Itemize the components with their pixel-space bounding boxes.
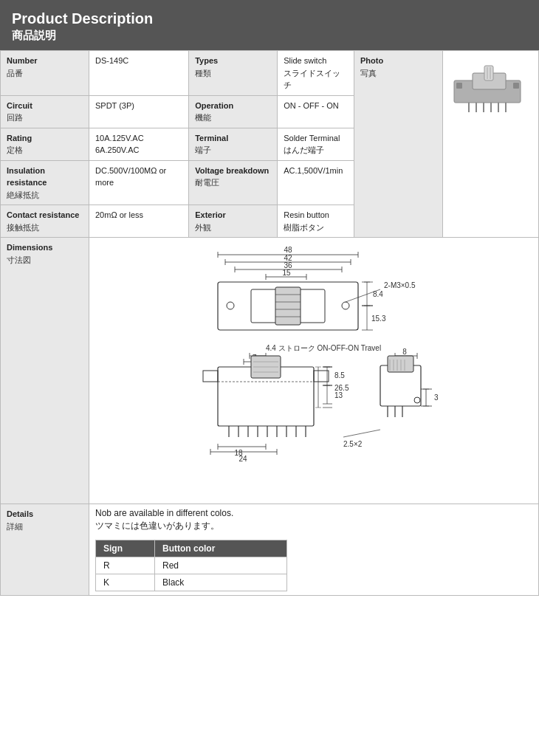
svg-text:4.4  ストローク  ON-OFF-ON Travel: 4.4 ストローク ON-OFF-ON Travel — [266, 344, 381, 352]
title-english: Product Description — [12, 10, 527, 27]
exterior-value: Resin button 樹脂ボタン — [278, 205, 354, 238]
types-value: Slide switch スライドスイッチ — [278, 51, 354, 96]
product-image-svg — [450, 55, 532, 121]
sign-col-header: Sign — [96, 540, 155, 557]
product-photo — [443, 51, 539, 238]
technical-drawing-svg: 48 42 36 15 — [129, 241, 498, 500]
color-black: Black — [155, 574, 287, 591]
details-note-en: Nob are available in different colos. — [95, 508, 532, 518]
color-red: Red — [155, 557, 287, 574]
svg-text:2-M3×0.5: 2-M3×0.5 — [384, 281, 416, 289]
svg-rect-1 — [456, 83, 462, 89]
insulation-value: DC.500V/100MΩ or more — [89, 160, 189, 205]
contact-label: Contact resistance 接触抵抗 — [1, 205, 89, 238]
voltage-value: AC.1,500V/1min — [278, 160, 354, 205]
svg-line-115 — [343, 430, 380, 437]
number-label: Number 品番 — [1, 51, 89, 96]
title-japanese: 商品説明 — [12, 29, 527, 43]
details-content: Nob are available in different colos. ツマ… — [89, 504, 539, 596]
circuit-label: Circuit 回路 — [1, 95, 89, 128]
insulation-label: Insulation resistance 絶縁抵抗 — [1, 160, 89, 205]
svg-text:13: 13 — [334, 391, 343, 399]
sign-k: K — [96, 574, 155, 591]
exterior-label: Exterior 外観 — [189, 205, 278, 238]
svg-text:8.5: 8.5 — [334, 371, 345, 379]
details-note-ja: ツマミには色違いがあります。 — [95, 520, 532, 532]
number-value: DS-149C — [89, 51, 189, 96]
terminal-label: Terminal 端子 — [189, 128, 278, 160]
terminal-value: Solder Terminal はんだ端子 — [278, 128, 354, 160]
dimensions-label: Dimensions 寸法図 — [1, 238, 89, 504]
specs-table: Number 品番 DS-149C Types 種類 Slide switch … — [0, 50, 539, 596]
sign-r: R — [96, 557, 155, 574]
svg-text:15.3: 15.3 — [371, 315, 386, 323]
details-label: Details 詳細 — [1, 504, 89, 596]
rating-value: 10A.125V.AC 6A.250V.AC — [89, 128, 189, 160]
svg-text:3: 3 — [434, 394, 439, 402]
svg-point-30 — [227, 302, 234, 309]
table-row: Number 品番 DS-149C Types 種類 Slide switch … — [1, 51, 539, 96]
dimensions-row: Dimensions 寸法図 48 42 — [1, 238, 539, 504]
operation-label: Operation 機能 — [189, 95, 278, 128]
svg-text:8.4: 8.4 — [373, 290, 383, 298]
sign-table-header: Sign Button color — [96, 540, 287, 557]
details-row: Details 詳細 Nob are available in differen… — [1, 504, 539, 596]
svg-point-31 — [342, 302, 349, 309]
photo-label: Photo 写真 — [354, 51, 443, 238]
svg-rect-64 — [314, 371, 329, 382]
svg-rect-63 — [203, 371, 218, 382]
svg-rect-104 — [388, 356, 413, 372]
svg-point-110 — [414, 397, 420, 403]
dimensions-diagram: 48 42 36 15 — [89, 238, 539, 504]
svg-text:26.5: 26.5 — [334, 384, 349, 392]
svg-text:2.5×2: 2.5×2 — [343, 440, 363, 448]
svg-rect-4 — [484, 66, 493, 80]
svg-rect-2 — [513, 83, 519, 89]
svg-rect-33 — [275, 287, 301, 325]
svg-text:15: 15 — [282, 269, 291, 277]
types-label: Types 種類 — [189, 51, 278, 96]
sign-color-table: Sign Button color R Red K Black — [95, 540, 287, 591]
color-col-header: Button color — [155, 540, 287, 557]
circuit-value: SPDT (3P) — [89, 95, 189, 128]
contact-value: 20mΩ or less — [89, 205, 189, 238]
rating-label: Rating 定格 — [1, 128, 89, 160]
sign-row-black: K Black — [96, 574, 287, 591]
svg-text:24: 24 — [238, 455, 247, 463]
svg-text:48: 48 — [284, 246, 292, 254]
sign-row-red: R Red — [96, 557, 287, 574]
operation-value: ON - OFF - ON — [278, 95, 354, 128]
page-header: Product Description 商品説明 — [0, 0, 539, 50]
voltage-label: Voltage breakdown 耐電圧 — [189, 160, 278, 205]
svg-text:8: 8 — [402, 348, 407, 356]
